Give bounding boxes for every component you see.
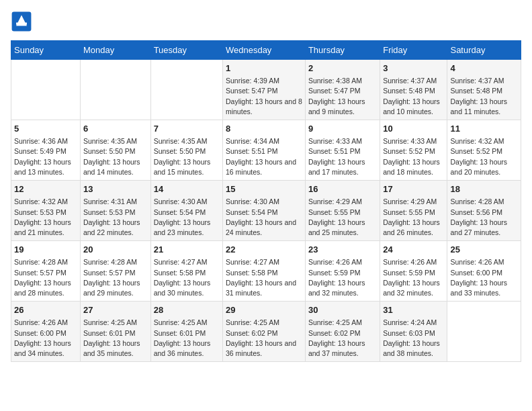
day-number: 17 [383,183,444,195]
calendar-cell: 25Sunrise: 4:26 AM Sunset: 6:00 PM Dayli… [447,241,521,302]
day-number: 8 [226,123,302,135]
day-header-wednesday: Wednesday [222,41,305,60]
day-info: Sunrise: 4:25 AM Sunset: 6:02 PM Dayligh… [226,318,302,359]
calendar-cell: 8Sunrise: 4:34 AM Sunset: 5:51 PM Daylig… [222,120,305,181]
day-number: 3 [383,62,444,75]
day-number: 27 [83,304,148,316]
day-info: Sunrise: 4:28 AM Sunset: 5:56 PM Dayligh… [450,197,518,238]
calendar-cell: 30Sunrise: 4:25 AM Sunset: 6:02 PM Dayli… [305,302,380,362]
day-number: 18 [450,183,518,195]
calendar-cell: 10Sunrise: 4:33 AM Sunset: 5:52 PM Dayli… [380,120,447,181]
day-info: Sunrise: 4:35 AM Sunset: 5:50 PM Dayligh… [154,136,220,177]
day-info: Sunrise: 4:28 AM Sunset: 5:57 PM Dayligh… [14,257,77,298]
calendar-cell: 28Sunrise: 4:25 AM Sunset: 6:01 PM Dayli… [150,302,222,362]
calendar-cell: 3Sunrise: 4:37 AM Sunset: 5:48 PM Daylig… [380,60,447,120]
day-info: Sunrise: 4:28 AM Sunset: 5:57 PM Dayligh… [83,257,148,298]
day-header-friday: Friday [380,41,447,60]
day-info: Sunrise: 4:35 AM Sunset: 5:50 PM Dayligh… [83,136,148,177]
day-info: Sunrise: 4:25 AM Sunset: 6:01 PM Dayligh… [154,318,220,359]
day-header-thursday: Thursday [305,41,380,60]
day-number: 19 [14,244,77,256]
day-number: 21 [154,244,220,256]
svg-rect-2 [16,23,27,25]
day-number: 6 [83,123,148,135]
calendar-cell: 1Sunrise: 4:39 AM Sunset: 5:47 PM Daylig… [222,60,305,120]
day-number: 9 [308,123,377,135]
day-number: 11 [450,123,518,135]
day-number: 7 [154,123,220,135]
day-info: Sunrise: 4:34 AM Sunset: 5:51 PM Dayligh… [226,136,302,177]
week-row-5: 26Sunrise: 4:26 AM Sunset: 6:00 PM Dayli… [11,302,521,362]
day-number: 23 [308,244,377,256]
day-header-tuesday: Tuesday [150,41,222,60]
calendar-cell: 11Sunrise: 4:32 AM Sunset: 5:52 PM Dayli… [447,120,521,181]
day-number: 22 [226,244,302,256]
day-number: 26 [14,304,77,316]
days-header-row: SundayMondayTuesdayWednesdayThursdayFrid… [11,41,521,60]
day-info: Sunrise: 4:29 AM Sunset: 5:55 PM Dayligh… [308,197,377,238]
day-header-saturday: Saturday [447,41,521,60]
calendar-cell [150,60,222,120]
calendar-cell: 5Sunrise: 4:36 AM Sunset: 5:49 PM Daylig… [11,120,81,181]
day-number: 28 [154,304,220,316]
calendar-cell: 22Sunrise: 4:27 AM Sunset: 5:58 PM Dayli… [222,241,305,302]
page-header [11,11,521,32]
day-info: Sunrise: 4:38 AM Sunset: 5:47 PM Dayligh… [308,76,377,117]
day-info: Sunrise: 4:36 AM Sunset: 5:49 PM Dayligh… [14,136,77,177]
day-header-monday: Monday [80,41,150,60]
day-info: Sunrise: 4:24 AM Sunset: 6:03 PM Dayligh… [383,318,444,359]
day-number: 20 [83,244,148,256]
week-row-1: 1Sunrise: 4:39 AM Sunset: 5:47 PM Daylig… [11,60,521,120]
calendar-cell: 23Sunrise: 4:26 AM Sunset: 5:59 PM Dayli… [305,241,380,302]
day-info: Sunrise: 4:25 AM Sunset: 6:02 PM Dayligh… [308,318,377,359]
day-header-sunday: Sunday [11,41,81,60]
calendar-cell [11,60,81,120]
calendar-cell: 21Sunrise: 4:27 AM Sunset: 5:58 PM Dayli… [150,241,222,302]
calendar-cell: 7Sunrise: 4:35 AM Sunset: 5:50 PM Daylig… [150,120,222,181]
day-number: 15 [226,183,302,195]
day-number: 31 [383,304,444,316]
week-row-2: 5Sunrise: 4:36 AM Sunset: 5:49 PM Daylig… [11,120,521,181]
calendar-cell [80,60,150,120]
day-info: Sunrise: 4:30 AM Sunset: 5:54 PM Dayligh… [226,197,302,238]
day-number: 24 [383,244,444,256]
day-number: 1 [226,62,302,75]
calendar-cell: 13Sunrise: 4:31 AM Sunset: 5:53 PM Dayli… [80,181,150,241]
day-info: Sunrise: 4:26 AM Sunset: 5:59 PM Dayligh… [308,257,377,298]
logo [11,11,35,32]
calendar-cell: 24Sunrise: 4:26 AM Sunset: 5:59 PM Dayli… [380,241,447,302]
day-info: Sunrise: 4:27 AM Sunset: 5:58 PM Dayligh… [154,257,220,298]
calendar-cell: 14Sunrise: 4:30 AM Sunset: 5:54 PM Dayli… [150,181,222,241]
week-row-3: 12Sunrise: 4:32 AM Sunset: 5:53 PM Dayli… [11,181,521,241]
calendar-cell: 27Sunrise: 4:25 AM Sunset: 6:01 PM Dayli… [80,302,150,362]
calendar-cell: 29Sunrise: 4:25 AM Sunset: 6:02 PM Dayli… [222,302,305,362]
calendar-table: SundayMondayTuesdayWednesdayThursdayFrid… [11,40,521,362]
day-info: Sunrise: 4:25 AM Sunset: 6:01 PM Dayligh… [83,318,148,359]
day-info: Sunrise: 4:30 AM Sunset: 5:54 PM Dayligh… [154,197,220,238]
day-number: 5 [14,123,77,135]
calendar-cell: 4Sunrise: 4:37 AM Sunset: 5:48 PM Daylig… [447,60,521,120]
day-info: Sunrise: 4:26 AM Sunset: 5:59 PM Dayligh… [383,257,444,298]
day-info: Sunrise: 4:32 AM Sunset: 5:52 PM Dayligh… [450,136,518,177]
day-number: 25 [450,244,518,256]
calendar-cell: 6Sunrise: 4:35 AM Sunset: 5:50 PM Daylig… [80,120,150,181]
day-info: Sunrise: 4:33 AM Sunset: 5:52 PM Dayligh… [383,136,444,177]
calendar-cell: 17Sunrise: 4:29 AM Sunset: 5:55 PM Dayli… [380,181,447,241]
day-info: Sunrise: 4:26 AM Sunset: 6:00 PM Dayligh… [14,318,77,359]
calendar-cell: 2Sunrise: 4:38 AM Sunset: 5:47 PM Daylig… [305,60,380,120]
logo-icon [11,11,32,32]
day-info: Sunrise: 4:37 AM Sunset: 5:48 PM Dayligh… [383,76,444,117]
calendar-cell: 9Sunrise: 4:33 AM Sunset: 5:51 PM Daylig… [305,120,380,181]
day-info: Sunrise: 4:26 AM Sunset: 6:00 PM Dayligh… [450,257,518,298]
calendar-cell: 16Sunrise: 4:29 AM Sunset: 5:55 PM Dayli… [305,181,380,241]
day-number: 29 [226,304,302,316]
calendar-cell: 20Sunrise: 4:28 AM Sunset: 5:57 PM Dayli… [80,241,150,302]
day-number: 16 [308,183,377,195]
day-number: 4 [450,62,518,75]
calendar-cell: 26Sunrise: 4:26 AM Sunset: 6:00 PM Dayli… [11,302,81,362]
week-row-4: 19Sunrise: 4:28 AM Sunset: 5:57 PM Dayli… [11,241,521,302]
day-number: 30 [308,304,377,316]
calendar-cell: 18Sunrise: 4:28 AM Sunset: 5:56 PM Dayli… [447,181,521,241]
calendar-cell: 15Sunrise: 4:30 AM Sunset: 5:54 PM Dayli… [222,181,305,241]
day-info: Sunrise: 4:39 AM Sunset: 5:47 PM Dayligh… [226,76,302,117]
